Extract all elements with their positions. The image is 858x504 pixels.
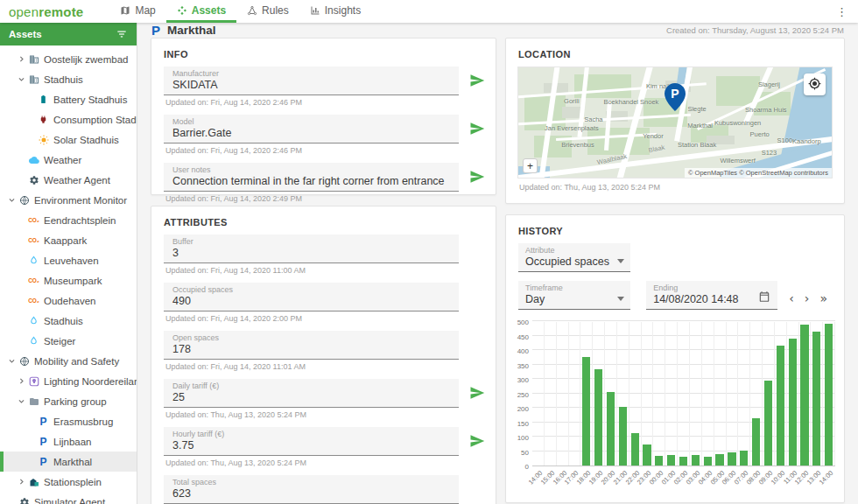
tab-assets[interactable]: Assets — [166, 0, 236, 23]
attribute-select[interactable]: Attribute Occupied spaces — [518, 243, 630, 272]
tree-item-lijnbaan[interactable]: PLijnbaan — [0, 431, 137, 452]
field-value: Connection terminal in the far right cor… — [172, 175, 450, 187]
attribute-input-user-notes[interactable]: User notesConnection terminal in the far… — [164, 163, 459, 192]
filter-icon[interactable] — [116, 28, 128, 40]
field-value: 490 — [172, 295, 450, 307]
bar-13:00 — [812, 332, 820, 466]
tree-item-environment-monitor[interactable]: Environment Monitor — [0, 190, 137, 210]
attribute-input-daily-tariff[interactable]: Daily tariff (€)25 — [164, 379, 459, 408]
chevron-right-icon[interactable] — [17, 55, 25, 63]
tree-item-markthal[interactable]: PMarkthal — [0, 452, 137, 472]
tree-item-solar-stadhuis[interactable]: Solar Stadhuis — [0, 130, 137, 150]
y-tick-label: 250 — [517, 390, 529, 398]
send-button[interactable] — [469, 121, 485, 139]
send-button[interactable] — [469, 385, 485, 403]
send-button[interactable] — [469, 169, 485, 187]
map-zoom-in-button[interactable]: + — [523, 158, 538, 173]
tab-insights[interactable]: Insights — [299, 0, 371, 23]
tree-item-steiger[interactable]: Steiger — [0, 331, 137, 351]
droplet-icon — [27, 316, 40, 326]
center-on-location-button[interactable] — [804, 74, 826, 95]
field-row-occupied-spaces: Occupied spaces490Updated on: Fri, Aug 1… — [164, 283, 496, 323]
tree-item-erasmusbrug[interactable]: PErasmusbrug — [0, 411, 137, 431]
chevron-down-icon[interactable] — [17, 75, 25, 83]
tree-item-label: Battery Stadhuis — [53, 94, 127, 105]
chevron-down-icon[interactable] — [7, 357, 16, 365]
field-label: Hourly tariff (€) — [172, 430, 450, 438]
assets-sidebar: Assets Oostelijk zwembadStadhuisBattery … — [0, 23, 137, 504]
attribute-input-open-spaces[interactable]: Open spaces178 — [164, 331, 459, 360]
attribute-input-occupied-spaces[interactable]: Occupied spaces490 — [164, 283, 459, 312]
attribute-input-hourly-tariff[interactable]: Hourly tariff (€)3.75 — [164, 427, 459, 456]
y-tick-label: 0 — [525, 463, 529, 471]
main-navigation: MapAssetsRulesInsights — [109, 0, 371, 23]
tree-item-weather[interactable]: Weather — [0, 150, 137, 170]
y-tick-label: 200 — [517, 405, 529, 413]
tree-item-label: Solar Stadhuis — [53, 135, 119, 145]
send-button[interactable] — [469, 73, 485, 91]
tree-item-stationsplein[interactable]: Stationsplein — [0, 472, 137, 492]
field-row-buffer: Buffer3Updated on: Fri, Aug 14, 2020 11:… — [164, 234, 496, 275]
asset-location-pin: P — [665, 83, 686, 115]
timeframe-select[interactable]: Timeframe Day — [518, 281, 630, 310]
send-button[interactable] — [469, 433, 485, 452]
field-row-open-spaces: Open spaces178Updated on: Fri, Aug 14, 2… — [164, 331, 496, 371]
fast-forward-button[interactable]: » — [815, 292, 832, 304]
ending-datetime-field[interactable]: Ending 14/08/2020 14:48 — [646, 281, 777, 310]
next-period-button[interactable]: › — [800, 292, 814, 304]
tree-item-battery-stadhuis[interactable]: Battery Stadhuis — [0, 89, 137, 109]
chevron-down-icon[interactable] — [7, 196, 16, 204]
tree-item-parking-group[interactable]: Parking group — [0, 391, 137, 411]
battery-icon — [37, 94, 50, 104]
tree-item-kaappark[interactable]: CO₂Kaappark — [0, 230, 137, 250]
calendar-icon — [758, 290, 770, 305]
tree-item-oostelijk-zwembad[interactable]: Oostelijk zwembad — [0, 49, 137, 69]
co2-icon: CO₂ — [27, 237, 40, 243]
map-label: Shoarma Huis — [745, 105, 787, 113]
chevron-right-icon[interactable] — [17, 478, 25, 486]
field-value: 178 — [172, 343, 450, 355]
bar-21:00 — [619, 407, 627, 466]
attribute-input-model[interactable]: ModelBarrier.Gate — [164, 115, 459, 144]
field-updated-label: Updated on: Fri, Aug 14, 2020 11:01 AM — [164, 362, 459, 371]
tree-item-eendrachtsplein[interactable]: CO₂Eendrachtsplein — [0, 210, 137, 230]
attribute-input-manufacturer[interactable]: ManufacturerSKIDATA — [164, 66, 459, 95]
tree-item-stadhuis[interactable]: Stadhuis — [0, 311, 137, 331]
tree-item-oudehaven[interactable]: CO₂Oudehaven — [0, 290, 137, 311]
bar-10:00 — [777, 346, 784, 466]
chevron-right-icon[interactable] — [17, 377, 25, 385]
tree-item-leuvehaven[interactable]: Leuvehaven — [0, 250, 137, 270]
tree-item-label: Simulator Agent — [34, 497, 105, 504]
tree-item-lighting-noordereiland[interactable]: Lighting Noordereiland — [0, 371, 137, 391]
map-attribution: © OpenMapTiles © OpenStreetMap contribut… — [685, 168, 832, 178]
bar-09:00 — [764, 381, 772, 466]
attribute-input-total-spaces[interactable]: Total spaces623 — [164, 475, 459, 504]
field-value: 623 — [172, 487, 450, 500]
tree-item-label: Consumption Stadhuis — [53, 115, 137, 125]
parking-icon: P — [37, 416, 50, 428]
previous-period-button[interactable]: ‹ — [784, 292, 798, 304]
chevron-down-icon[interactable] — [17, 397, 25, 405]
chart-plot-area — [532, 322, 835, 466]
tree-item-mobility-and-safety[interactable]: Mobility and Safety — [0, 351, 137, 371]
tab-map[interactable]: Map — [109, 0, 165, 23]
timeframe-select-value: Day — [525, 293, 623, 305]
tab-rules[interactable]: Rules — [236, 0, 299, 23]
tree-item-weather-agent[interactable]: Weather Agent — [0, 170, 137, 190]
map-label: Puerto — [750, 130, 770, 137]
attribute-input-buffer[interactable]: Buffer3 — [164, 234, 459, 263]
tree-item-label: Parking group — [44, 396, 107, 407]
map-label: Markthal — [687, 121, 713, 129]
tree-item-stadhuis[interactable]: Stadhuis — [0, 69, 137, 89]
tree-item-consumption-stadhuis[interactable]: Consumption Stadhuis — [0, 109, 137, 130]
field-value: 25 — [172, 391, 450, 403]
tree-item-museumpark[interactable]: CO₂Museumpark — [0, 270, 137, 290]
insights-icon — [310, 5, 320, 16]
location-map[interactable]: GoriliKim nailsBoekhandel SnoekSachaJan … — [517, 66, 833, 178]
tree-item-simulator-agent[interactable]: Simulator Agent — [0, 492, 137, 504]
assets-panel-title: Assets — [9, 29, 42, 39]
co2-icon: CO₂ — [27, 277, 40, 284]
chart-y-axis: 050100150200250300350400450500 — [511, 322, 532, 466]
field-updated-label: Updated on: Thu, Aug 13, 2020 5:24 PM — [164, 410, 459, 419]
overflow-menu-icon[interactable]: ⋮ — [826, 0, 858, 23]
